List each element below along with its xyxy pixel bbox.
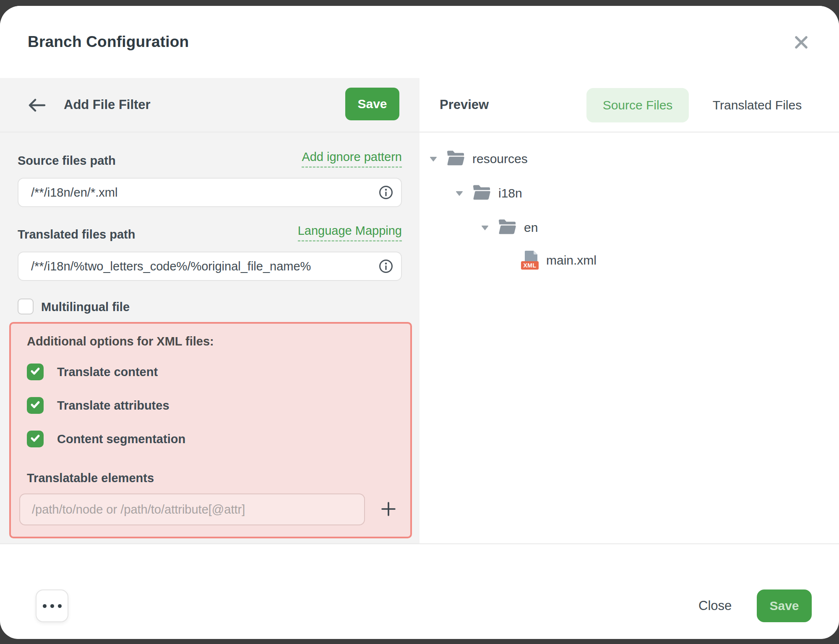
- language-mapping-link[interactable]: Language Mapping: [298, 224, 402, 242]
- multilingual-label: Multilingual file: [41, 300, 130, 314]
- info-circle-icon[interactable]: [378, 259, 393, 274]
- translatable-elements-label: Translatable elements: [27, 471, 154, 485]
- add-element-button[interactable]: [377, 498, 400, 521]
- tree-item-main-xml[interactable]: XML main.xml: [505, 250, 597, 270]
- dialog-titlebar: Branch Configuration: [0, 6, 839, 79]
- preview-tree: resources i18n: [420, 132, 839, 544]
- content-segmentation-label: Content segmentation: [57, 431, 185, 447]
- dialog-close-button[interactable]: [789, 30, 814, 55]
- tree-item-i18n[interactable]: i18n: [454, 183, 522, 203]
- content-segmentation-checkbox[interactable]: [27, 431, 44, 447]
- source-path-label-row: Source files path Add ignore pattern: [18, 150, 402, 168]
- dialog-title: Branch Configuration: [28, 33, 189, 51]
- plus-icon: [380, 500, 397, 519]
- arrow-left-icon: [28, 98, 46, 114]
- checkmark-icon: [30, 433, 41, 445]
- dialog-footer: Close Save: [0, 544, 839, 639]
- translate-attributes-checkbox[interactable]: [27, 397, 44, 414]
- info-circle-icon[interactable]: [378, 185, 393, 200]
- chevron-down-icon[interactable]: [428, 156, 439, 161]
- xml-options-box: Additional options for XML files: Transl…: [9, 322, 412, 538]
- multilingual-checkbox[interactable]: [18, 299, 34, 314]
- add-ignore-pattern-link[interactable]: Add ignore pattern: [302, 150, 402, 168]
- source-path-input[interactable]: [18, 178, 402, 207]
- xml-file-icon: XML: [523, 250, 539, 270]
- close-button[interactable]: Close: [690, 589, 740, 622]
- tree-item-label: main.xml: [546, 253, 597, 267]
- x-icon: [793, 34, 809, 52]
- folder-icon: [497, 218, 517, 237]
- tab-source-files[interactable]: Source Files: [586, 88, 689, 122]
- tree-item-label: i18n: [498, 186, 522, 200]
- checkmark-icon: [30, 366, 41, 378]
- branch-configuration-dialog: Branch Configuration Add File Filter S: [0, 6, 839, 639]
- xml-options-heading: Additional options for XML files:: [27, 335, 214, 348]
- translatable-elements-input[interactable]: [19, 493, 365, 525]
- filter-panel-header: Add File Filter Save: [0, 78, 420, 132]
- screen-backdrop: Branch Configuration Add File Filter S: [0, 0, 839, 644]
- folder-icon: [472, 184, 492, 203]
- folder-icon: [446, 149, 466, 169]
- chevron-down-icon[interactable]: [479, 225, 490, 230]
- tree-item-label: resources: [472, 152, 528, 166]
- xml-badge: XML: [521, 261, 539, 270]
- more-options-button[interactable]: [36, 589, 68, 622]
- tree-item-resources[interactable]: resources: [428, 149, 528, 169]
- preview-title: Preview: [440, 78, 489, 132]
- chevron-down-icon[interactable]: [454, 191, 465, 196]
- checkmark-icon: [30, 399, 41, 412]
- tree-item-en[interactable]: en: [479, 218, 538, 238]
- translate-content-checkbox[interactable]: [27, 364, 44, 380]
- tab-translated-files[interactable]: Translated Files: [696, 88, 818, 122]
- preview-panel-header: Preview Source Files Translated Files: [420, 78, 839, 132]
- translated-path-input[interactable]: [18, 252, 402, 281]
- ellipsis-icon: [43, 604, 47, 608]
- filter-panel-title: Add File Filter: [64, 78, 151, 132]
- tree-item-label: en: [524, 221, 538, 235]
- translated-path-label-row: Translated files path Language Mapping: [18, 224, 402, 242]
- dialog-save-button[interactable]: Save: [757, 589, 812, 622]
- source-path-label: Source files path: [18, 154, 116, 168]
- translated-path-label: Translated files path: [18, 228, 135, 242]
- translate-content-label: Translate content: [57, 364, 158, 380]
- translate-attributes-label: Translate attributes: [57, 397, 169, 414]
- back-button[interactable]: [26, 95, 48, 117]
- file-filter-form: Source files path Add ignore pattern Tra…: [0, 132, 420, 544]
- filter-save-button[interactable]: Save: [345, 88, 399, 120]
